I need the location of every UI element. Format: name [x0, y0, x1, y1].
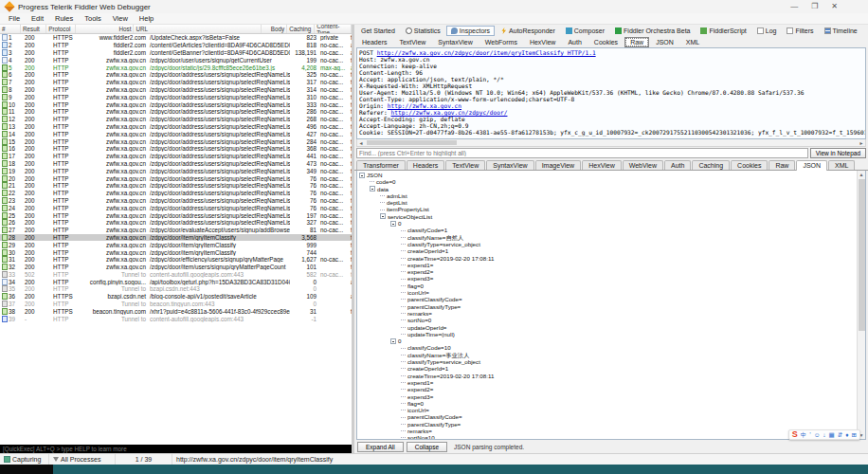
menu-help[interactable]: Help: [134, 14, 159, 23]
session-row[interactable]: 22200HTTPzwfw.xa.gov.cn/zdpyc/door/addre…: [0, 190, 352, 197]
maximize-button[interactable]: ❐: [811, 3, 818, 10]
json-tree-node[interactable]: parentClassifyType=: [359, 303, 865, 310]
response-tab-transformer[interactable]: Transformer: [356, 160, 406, 170]
response-tab-headers[interactable]: Headers: [407, 160, 444, 170]
collapse-toggle-icon[interactable]: [380, 213, 386, 219]
json-tree-node[interactable]: createOperId=1: [359, 365, 865, 372]
scrollbar-thumb[interactable]: [859, 179, 865, 331]
tab-inspectors[interactable]: Inspectors: [446, 26, 495, 36]
json-tree-node[interactable]: createOperId=1: [359, 247, 865, 254]
sogou-tool-icon-1[interactable]: 中: [801, 431, 807, 438]
session-row[interactable]: 35200HTTPTunnel tobzapi.csdn.net:4430: [0, 285, 352, 293]
session-row[interactable]: 20200HTTPzwfw.xa.gov.cn/zdpyc/door/addre…: [0, 174, 352, 182]
request-tab-raw[interactable]: Raw: [624, 37, 649, 47]
session-row[interactable]: 1200HTTPSwww.fiddler2.com/UpdateCheck.as…: [0, 34, 352, 42]
session-row[interactable]: 30200HTTPzwfw.xa.gov.cn/zdpyc/door/item/…: [0, 248, 352, 256]
menu-rules[interactable]: Rules: [49, 14, 79, 23]
session-row[interactable]: 4200HTTPzwfw.xa.gov.cn/zdpyc/door/user/u…: [0, 56, 352, 64]
response-vertical-scrollbar[interactable]: ▲ ▼: [857, 171, 865, 439]
session-row[interactable]: 32200HTTPzwfw.xa.gov.cn/zdpyc/door/item/…: [0, 264, 352, 271]
collapse-toggle-icon[interactable]: [370, 186, 375, 191]
json-tree-node[interactable]: data: [359, 186, 865, 192]
json-tree-node[interactable]: admList: [359, 192, 865, 199]
session-row[interactable]: 14200HTTPzwfw.xa.gov.cn/zdpyc/door/addre…: [0, 130, 352, 137]
close-button[interactable]: ✕: [831, 3, 838, 10]
json-tree-node[interactable]: sortNo=0: [359, 317, 865, 323]
process-filter[interactable]: All Processes: [49, 454, 116, 465]
json-tree-node[interactable]: JSON: [359, 172, 865, 178]
sogou-tool-icon-6[interactable]: ⇵: [838, 431, 842, 438]
json-tree-node[interactable]: classifyCode=1: [359, 227, 865, 233]
request-url-link[interactable]: http://zwfw.xa.gov.cn/zdpyc/door/item/qr…: [377, 49, 596, 56]
session-row[interactable]: 33502HTTPTunnel tocontent-autofill.googl…: [0, 271, 352, 279]
session-row[interactable]: 23200HTTPzwfw.xa.gov.cn/zdpyc/door/addre…: [0, 197, 352, 205]
session-row[interactable]: 31200HTTPzwfw.xa.gov.cn/zdpyc/door/effic…: [0, 256, 352, 264]
session-row[interactable]: 15200HTTPzwfw.xa.gov.cn/zdpyc/door/addre…: [0, 137, 352, 145]
json-tree-node[interactable]: updateOperId=: [359, 324, 865, 331]
session-row[interactable]: 10200HTTPzwfw.xa.gov.cn/zdpyc/door/addre…: [0, 100, 352, 108]
json-tree-node[interactable]: flag=0: [359, 283, 865, 289]
collapse-toggle-icon[interactable]: [359, 173, 365, 178]
sogou-tool-icon-8[interactable]: ⊞: [852, 431, 857, 438]
tab-get-started[interactable]: Get Started: [356, 26, 400, 36]
tab-composer[interactable]: Composer: [561, 26, 609, 36]
request-tab-webforms[interactable]: WebForms: [479, 37, 523, 47]
session-row[interactable]: 5200HTTPzwfw.xa.gov.cn/zdpyc/door/static…: [0, 64, 352, 71]
session-row[interactable]: 2200HTTPfiddler2.com/content/GetArticles…: [0, 42, 352, 49]
column-header-contenttype[interactable]: Content-Type: [315, 25, 352, 33]
json-tree-node[interactable]: parentClassifyCode=: [359, 296, 865, 302]
tab-fiddlerscript[interactable]: FiddlerScript: [696, 26, 750, 36]
column-header-host[interactable]: Host: [76, 25, 134, 33]
response-tab-xml[interactable]: XML: [828, 160, 855, 170]
sogou-tool-icon-3[interactable]: ☺: [814, 431, 821, 438]
session-row[interactable]: 11200HTTPzwfw.xa.gov.cn/zdpyc/door/addre…: [0, 108, 352, 116]
response-tab-auth[interactable]: Auth: [664, 160, 691, 170]
session-row[interactable]: 25200HTTPzwfw.xa.gov.cn/zdpyc/door/addre…: [0, 211, 352, 219]
collapse-toggle-icon[interactable]: [390, 338, 396, 344]
json-tree-node[interactable]: expend2=: [359, 268, 865, 275]
session-row[interactable]: 36200HTTPSbzapi.csdn.net/blog-console-ap…: [0, 293, 352, 301]
tab-fiddler-orchestra-beta[interactable]: Fiddler Orchestra Beta: [610, 26, 695, 36]
request-raw-view[interactable]: POST http://zwfw.xa.gov.cn/zdpyc/door/it…: [356, 47, 866, 139]
column-header-protocol[interactable]: Protocol: [46, 25, 76, 33]
json-tree-node[interactable]: parentClassifyCode=: [359, 413, 865, 420]
column-header-caching[interactable]: Caching: [287, 25, 315, 33]
tab-timeline[interactable]: Timeline: [820, 26, 862, 36]
scroll-up-icon[interactable]: ▲: [859, 171, 864, 178]
session-row[interactable]: 19200HTTPzwfw.xa.gov.cn/zdpyc/door/addre…: [0, 167, 352, 174]
json-tree-node[interactable]: expend1=: [359, 262, 865, 268]
request-url-link[interactable]: http://zwfw.xa.gov.cn/zdpyc/door/: [391, 109, 508, 116]
column-header-url[interactable]: URL: [134, 25, 261, 33]
json-tree-node[interactable]: remarks=: [359, 310, 865, 317]
expand-all-button[interactable]: Expand All: [357, 442, 404, 452]
session-row[interactable]: 12200HTTPzwfw.xa.gov.cn/zdpyc/door/addre…: [0, 116, 352, 123]
request-url-link[interactable]: http://zwfw.xa.gov.cn: [388, 102, 461, 109]
request-tab-xml[interactable]: XML: [680, 37, 705, 47]
scroll-left-icon[interactable]: ◄: [357, 140, 365, 146]
scrollbar-thumb[interactable]: [367, 140, 457, 145]
find-input[interactable]: [356, 148, 808, 158]
session-row[interactable]: 21200HTTPzwfw.xa.gov.cn/zdpyc/door/addre…: [0, 182, 352, 190]
capturing-indicator[interactable]: Capturing: [0, 454, 49, 465]
json-tree-node[interactable]: classifyType=service_object: [359, 358, 865, 365]
json-tree-node[interactable]: createTime=2019-02-20 17:08:11: [359, 255, 865, 262]
session-row[interactable]: 24200HTTPzwfw.xa.gov.cn/zdpyc/door/addre…: [0, 204, 352, 211]
session-row[interactable]: 34200HTTPconfig.pinyin.sogou.../api/tool…: [0, 278, 352, 285]
session-row[interactable]: 6200HTTPzwfw.xa.gov.cn/zdpyc/door/addres…: [0, 71, 352, 79]
session-row[interactable]: 38200HTTPSbeacon.tingyun.com/xhr1?puid=e…: [0, 307, 352, 315]
minimize-button[interactable]: —: [790, 3, 798, 10]
session-row[interactable]: 16200HTTPzwfw.xa.gov.cn/zdpyc/door/addre…: [0, 145, 352, 153]
session-row[interactable]: 39-HTTPTunnel tocontent-autofill.googlea…: [0, 315, 352, 322]
json-tree-node[interactable]: 0: [359, 220, 865, 227]
request-tab-json[interactable]: JSON: [650, 37, 679, 47]
tab-statistics[interactable]: Statistics: [401, 26, 445, 36]
response-tab-cookies[interactable]: Cookies: [731, 160, 768, 170]
quickexec-bar[interactable]: [QuickExec] ALT+Q > type HELP to learn m…: [0, 445, 352, 453]
session-row[interactable]: 3200HTTPfiddler2.com/content/GetBanner?c…: [0, 49, 352, 57]
request-tab-syntaxview[interactable]: SyntaxView: [432, 37, 478, 47]
column-header-body[interactable]: Body: [262, 25, 287, 33]
menu-tools[interactable]: Tools: [79, 14, 107, 23]
json-tree-node[interactable]: serviceObjectList: [359, 213, 865, 220]
request-tab-headers[interactable]: Headers: [356, 37, 392, 47]
session-row[interactable]: 9200HTTPzwfw.xa.gov.cn/zdpyc/door/addres…: [0, 93, 352, 100]
